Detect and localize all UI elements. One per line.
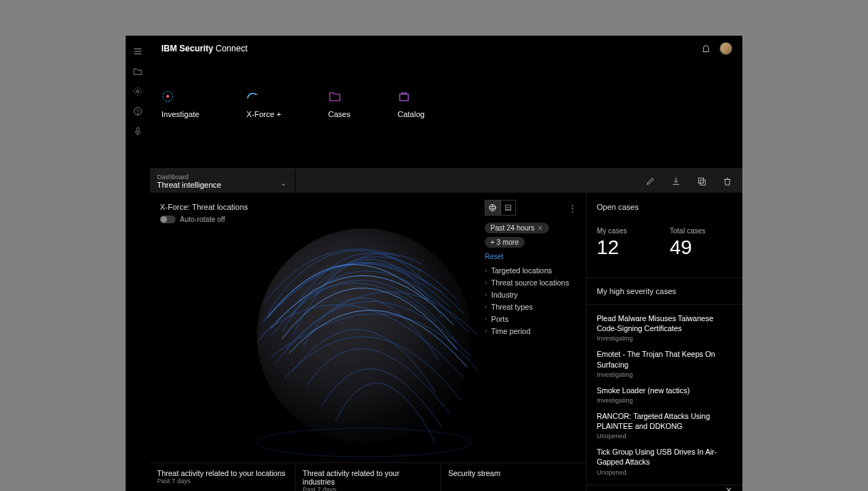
right-column: Open cases My cases 12 Total cases 49 My… bbox=[587, 193, 742, 491]
app-tile-investigate[interactable]: Investigate bbox=[161, 90, 199, 118]
high-severity-title: My high severity cases bbox=[597, 287, 732, 295]
bottom-bar: ✕ bbox=[587, 485, 742, 491]
list-view-button[interactable] bbox=[500, 200, 516, 216]
filter-chip[interactable]: Past 24 hours ✕ bbox=[485, 223, 549, 233]
dashboard-select-value: Threat intelligence bbox=[157, 181, 288, 189]
chip-close-icon[interactable]: ✕ bbox=[538, 225, 543, 232]
sidebar bbox=[126, 36, 150, 491]
avatar[interactable] bbox=[720, 42, 732, 55]
copy-icon[interactable] bbox=[697, 176, 707, 186]
menu-icon[interactable] bbox=[133, 46, 143, 56]
open-cases-title: Open cases bbox=[597, 203, 732, 211]
svg-point-12 bbox=[257, 428, 471, 457]
stat-my-cases: My cases 12 bbox=[597, 227, 627, 259]
settings-icon[interactable] bbox=[133, 86, 143, 96]
globe-panel: X-Force: Threat locations Auto-rotate of… bbox=[150, 193, 586, 462]
content: X-Force: Threat locations Auto-rotate of… bbox=[150, 193, 742, 491]
app-tile-catalog[interactable]: Catalog bbox=[398, 90, 425, 118]
svg-point-8 bbox=[166, 95, 169, 98]
panel-industries-activity[interactable]: Threat activity related to your industri… bbox=[296, 463, 441, 491]
overflow-menu-icon[interactable]: ⋮ bbox=[567, 203, 577, 214]
notifications-icon[interactable] bbox=[701, 44, 711, 54]
app-tile-label: Cases bbox=[328, 110, 350, 118]
filter-industry[interactable]: ›Industry bbox=[485, 290, 577, 299]
chip-row: Past 24 hours ✕ + 3 more bbox=[485, 223, 577, 248]
toggle-label: Auto-rotate off bbox=[180, 216, 225, 223]
svg-point-5 bbox=[138, 113, 138, 114]
filter-list: ›Targeted locations ›Threat source locat… bbox=[485, 266, 577, 335]
stats-row: My cases 12 Total cases 49 bbox=[597, 227, 732, 259]
brand: IBM Security Connect bbox=[161, 44, 248, 54]
help-icon[interactable] bbox=[133, 106, 143, 116]
globe-view-button[interactable] bbox=[485, 200, 500, 216]
dashboard-select-label: Dashboard bbox=[157, 173, 288, 181]
app-launcher: Investigate X-Force + Cases Catalog bbox=[150, 61, 742, 168]
app-tile-label: X-Force + bbox=[246, 110, 281, 118]
dashboard-select[interactable]: Dashboard Threat intelligence ⌄ bbox=[150, 169, 296, 193]
filter-targeted-locations[interactable]: ›Targeted locations bbox=[485, 266, 577, 275]
header: IBM Security Connect bbox=[150, 36, 742, 61]
case-item[interactable]: Tick Group Using USB Drives In Air-Gappe… bbox=[597, 447, 732, 475]
svg-rect-6 bbox=[136, 128, 139, 132]
case-item[interactable]: Plead Malware Misuses Taiwanese Code-Sig… bbox=[597, 313, 732, 342]
divider bbox=[587, 304, 742, 305]
case-item[interactable]: Emotet - The Trojan That Keeps On Surfac… bbox=[597, 349, 732, 378]
app-tile-xforce[interactable]: X-Force + bbox=[246, 90, 281, 118]
svg-point-3 bbox=[136, 90, 139, 93]
app-window: IBM Security Connect Investigate X-Force… bbox=[126, 36, 742, 491]
filter-time-period[interactable]: ›Time period bbox=[485, 327, 577, 335]
cases-icon bbox=[328, 90, 341, 103]
svg-rect-11 bbox=[700, 180, 705, 185]
svg-rect-9 bbox=[400, 94, 408, 101]
reset-link[interactable]: Reset bbox=[485, 253, 503, 260]
download-icon[interactable] bbox=[671, 176, 681, 186]
bottom-row: Threat activity related to your location… bbox=[150, 462, 586, 491]
globe-visualization bbox=[221, 193, 507, 462]
filter-sidebar: ⋮ Past 24 hours ✕ bbox=[485, 200, 577, 335]
app-tile-label: Investigate bbox=[161, 110, 199, 118]
close-icon[interactable]: ✕ bbox=[720, 485, 738, 491]
main-area: IBM Security Connect Investigate X-Force… bbox=[150, 36, 742, 491]
delete-icon[interactable] bbox=[722, 176, 732, 186]
left-column: X-Force: Threat locations Auto-rotate of… bbox=[150, 193, 587, 491]
xforce-icon bbox=[246, 90, 259, 103]
mic-icon[interactable] bbox=[133, 126, 143, 136]
filter-threat-types[interactable]: ›Threat types bbox=[485, 303, 577, 311]
panel-security-stream[interactable]: Security stream bbox=[441, 463, 586, 491]
divider bbox=[587, 278, 742, 278]
catalog-icon bbox=[398, 90, 410, 103]
app-tile-cases[interactable]: Cases bbox=[328, 90, 350, 118]
folder-icon[interactable] bbox=[133, 66, 143, 76]
case-list: Plead Malware Misuses Taiwanese Code-Sig… bbox=[597, 313, 732, 476]
filter-source-locations[interactable]: ›Threat source locations bbox=[485, 278, 577, 287]
edit-icon[interactable] bbox=[645, 176, 655, 186]
chevron-down-icon: ⌄ bbox=[281, 179, 286, 187]
svg-rect-10 bbox=[699, 178, 704, 183]
auto-rotate-toggle[interactable] bbox=[160, 216, 176, 223]
dashboard-actions bbox=[296, 169, 742, 193]
filter-ports[interactable]: ›Ports bbox=[485, 315, 577, 323]
filter-chip-more[interactable]: + 3 more bbox=[485, 237, 525, 248]
case-item[interactable]: RANCOR: Targeted Attacks Using PLAINTEE … bbox=[597, 411, 732, 440]
dashboard-bar: Dashboard Threat intelligence ⌄ bbox=[150, 168, 742, 193]
panel-locations-activity[interactable]: Threat activity related to your location… bbox=[150, 463, 296, 491]
investigate-icon bbox=[161, 90, 174, 103]
case-item[interactable]: Smoke Loader (new tactics) Investigating bbox=[597, 385, 732, 404]
app-tile-label: Catalog bbox=[398, 110, 425, 118]
stat-total-cases: Total cases 49 bbox=[670, 227, 705, 259]
